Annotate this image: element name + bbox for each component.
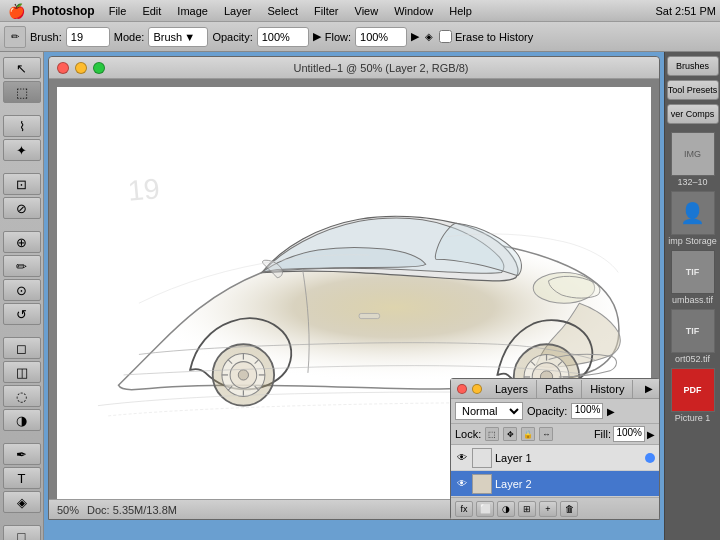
opacity-label: Opacity: bbox=[527, 405, 567, 417]
layer-row-1[interactable]: 👁 Layer 1 bbox=[451, 445, 659, 471]
window-minimize-button[interactable] bbox=[75, 62, 87, 74]
tool-group-eraser: ◻ ◫ ◌ ◑ bbox=[2, 336, 42, 432]
apple-icon: 🍎 bbox=[8, 3, 25, 19]
brush-label: Brush: bbox=[30, 31, 62, 43]
path-select-tool[interactable]: ◈ bbox=[3, 491, 41, 513]
opacity-value[interactable]: 100% bbox=[571, 403, 603, 419]
history-brush-tool[interactable]: ↺ bbox=[3, 303, 41, 325]
zoom-level: 50% bbox=[57, 504, 79, 516]
tool-group-path: ✒ T ◈ bbox=[2, 442, 42, 514]
airbrush-icon: ◈ bbox=[425, 31, 433, 42]
gradient-tool[interactable]: ◫ bbox=[3, 361, 41, 383]
erase-to-history-row[interactable]: Erase to History bbox=[439, 30, 533, 43]
menu-window[interactable]: Window bbox=[386, 5, 441, 17]
menu-select[interactable]: Select bbox=[259, 5, 306, 17]
lock-pixels-button[interactable]: ⬚ bbox=[485, 427, 499, 441]
dodge-tool[interactable]: ◑ bbox=[3, 409, 41, 431]
type-tool[interactable]: T bbox=[3, 467, 41, 489]
lock-position-button[interactable]: ✥ bbox=[503, 427, 517, 441]
add-mask-button[interactable]: ⬜ bbox=[476, 501, 494, 517]
doc-size: Doc: 5.35M/13.8M bbox=[87, 504, 177, 516]
brush-tool[interactable]: ✏ bbox=[3, 255, 41, 277]
layers-panel-menu[interactable]: ▶ bbox=[645, 383, 653, 394]
tool-icon: ✏ bbox=[4, 26, 26, 48]
menu-file[interactable]: File bbox=[101, 5, 135, 17]
layer-2-visibility[interactable]: 👁 bbox=[455, 477, 469, 491]
menu-help[interactable]: Help bbox=[441, 5, 480, 17]
slice-tool[interactable]: ⊘ bbox=[3, 197, 41, 219]
sidebar-item-5[interactable]: PDF Picture 1 bbox=[667, 368, 719, 423]
opacity-arrow: ▶ bbox=[313, 30, 321, 43]
sidebar-thumb-4: TIF bbox=[671, 309, 715, 353]
tab-paths[interactable]: Paths bbox=[537, 380, 582, 398]
sidebar-item-1[interactable]: IMG 132–10 bbox=[667, 132, 719, 187]
tab-layers[interactable]: Layers bbox=[487, 380, 537, 398]
adjustment-layer-button[interactable]: ◑ bbox=[497, 501, 515, 517]
flow-label: Flow: bbox=[325, 31, 351, 43]
mode-dropdown[interactable]: Brush ▼ bbox=[148, 27, 208, 47]
lasso-tool[interactable]: ⌇ bbox=[3, 115, 41, 137]
fill-arrow[interactable]: ▶ bbox=[647, 429, 655, 440]
layer-1-visibility[interactable]: 👁 bbox=[455, 451, 469, 465]
brush-size-input[interactable]: 19 bbox=[66, 27, 110, 47]
sidebar-thumb-1: IMG bbox=[671, 132, 715, 176]
sidebar-item-2[interactable]: 👤 imp Storage bbox=[667, 191, 719, 246]
menu-layer[interactable]: Layer bbox=[216, 5, 260, 17]
stamp-tool[interactable]: ⊙ bbox=[3, 279, 41, 301]
menu-edit[interactable]: Edit bbox=[134, 5, 169, 17]
opacity-arrow[interactable]: ▶ bbox=[607, 406, 615, 417]
sidebar-label-5: Picture 1 bbox=[675, 413, 711, 423]
flow-input[interactable]: 100% bbox=[355, 27, 407, 47]
menu-filter[interactable]: Filter bbox=[306, 5, 346, 17]
tool-group-crop: ⊡ ⊘ bbox=[2, 172, 42, 220]
blur-tool[interactable]: ◌ bbox=[3, 385, 41, 407]
new-layer-button[interactable]: + bbox=[539, 501, 557, 517]
add-style-button[interactable]: fx bbox=[455, 501, 473, 517]
menu-image[interactable]: Image bbox=[169, 5, 216, 17]
tab-history[interactable]: History bbox=[582, 380, 633, 398]
sidebar-panel: Brushes Tool Presets ver Comps IMG 132–1… bbox=[664, 52, 720, 540]
layers-list: 👁 Layer 1 👁 Layer 2 bbox=[451, 445, 659, 497]
erase-to-history-label: Erase to History bbox=[455, 31, 533, 43]
layer-row-2[interactable]: 👁 Layer 2 bbox=[451, 471, 659, 497]
healing-tool[interactable]: ⊕ bbox=[3, 231, 41, 253]
menu-view[interactable]: View bbox=[347, 5, 387, 17]
tool-presets-button[interactable]: Tool Presets bbox=[667, 80, 719, 100]
eraser-tool[interactable]: ◻ bbox=[3, 337, 41, 359]
ver-comps-button[interactable]: ver Comps bbox=[667, 104, 719, 124]
marquee-tool[interactable]: ⬚ bbox=[3, 81, 41, 103]
lock-move-button[interactable]: ↔ bbox=[539, 427, 553, 441]
tool-group-lasso: ⌇ ✦ bbox=[2, 114, 42, 162]
group-layers-button[interactable]: ⊞ bbox=[518, 501, 536, 517]
layers-tabs: Layers Paths History bbox=[487, 380, 633, 398]
sidebar-item-4[interactable]: TIF ort052.tif bbox=[667, 309, 719, 364]
pen-tool[interactable]: ✒ bbox=[3, 443, 41, 465]
layer-1-name: Layer 1 bbox=[495, 452, 642, 464]
workspace: ↖ ⬚ ⌇ ✦ ⊡ ⊘ ⊕ ✏ ⊙ ↺ ◻ ◫ ◌ ◑ ✒ T bbox=[0, 52, 720, 540]
layers-close-button[interactable] bbox=[457, 384, 467, 394]
fill-label: Fill: bbox=[594, 428, 611, 440]
tool-group-healing: ⊕ ✏ ⊙ ↺ bbox=[2, 230, 42, 326]
sidebar-thumb-3: TIF bbox=[671, 250, 715, 294]
layers-minimize-button[interactable] bbox=[472, 384, 482, 394]
window-close-button[interactable] bbox=[57, 62, 69, 74]
layers-panel: Layers Paths History ▶ Normal Multiply S… bbox=[450, 378, 660, 520]
app-name: Photoshop bbox=[32, 4, 95, 18]
sidebar-item-3[interactable]: TIF umbass.tif bbox=[667, 250, 719, 305]
delete-layer-button[interactable]: 🗑 bbox=[560, 501, 578, 517]
fill-value[interactable]: 100% bbox=[613, 426, 645, 442]
apple-menu[interactable]: 🍎 bbox=[0, 3, 32, 19]
mode-label: Mode: bbox=[114, 31, 145, 43]
opacity-input[interactable]: 100% bbox=[257, 27, 309, 47]
window-maximize-button[interactable] bbox=[93, 62, 105, 74]
move-tool[interactable]: ↖ bbox=[3, 57, 41, 79]
shape-tool[interactable]: □ bbox=[3, 525, 41, 540]
magic-wand-tool[interactable]: ✦ bbox=[3, 139, 41, 161]
erase-to-history-checkbox[interactable] bbox=[439, 30, 452, 43]
brushes-palette-button[interactable]: Brushes bbox=[667, 56, 719, 76]
blend-mode-dropdown[interactable]: Normal Multiply Screen bbox=[455, 402, 523, 420]
menu-bar: 🍎 Photoshop File Edit Image Layer Select… bbox=[0, 0, 720, 22]
crop-tool[interactable]: ⊡ bbox=[3, 173, 41, 195]
lock-all-button[interactable]: 🔒 bbox=[521, 427, 535, 441]
sidebar-thumb-5: PDF bbox=[671, 368, 715, 412]
